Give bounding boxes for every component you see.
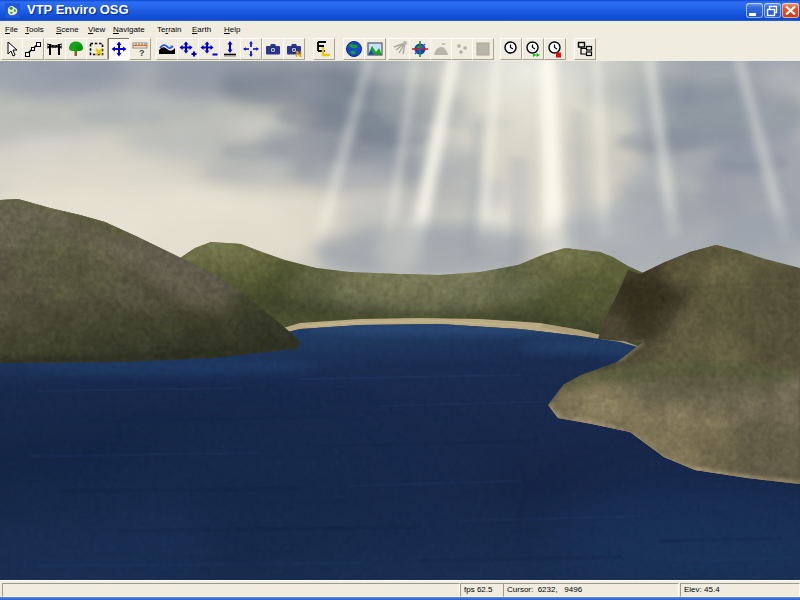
svg-text:N: N	[296, 49, 303, 59]
svg-text:?: ?	[139, 48, 145, 58]
